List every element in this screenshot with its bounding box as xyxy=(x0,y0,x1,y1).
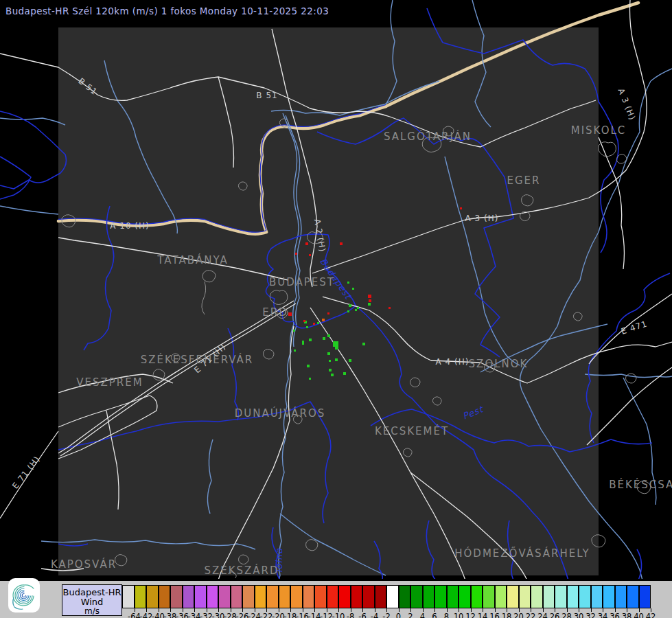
radar-echo-green xyxy=(335,346,338,350)
radar-echo-red xyxy=(369,299,371,302)
legend-tick-label: -30 xyxy=(212,612,225,618)
city-label: MISKOLC xyxy=(571,124,627,137)
legend-tick-label: -4 xyxy=(371,612,378,618)
legend-swatch xyxy=(459,585,471,608)
legend-tick-label: -20 xyxy=(272,612,285,618)
legend-swatch xyxy=(531,585,543,608)
legend-swatch xyxy=(338,585,351,608)
legend-tick-label: 26 xyxy=(550,612,560,618)
city-label: BUDAPEST xyxy=(269,276,335,288)
legend-swatch xyxy=(386,585,399,608)
legend-tick-label: 30 xyxy=(574,612,584,618)
radar-echo-green xyxy=(357,307,359,309)
legend-tick-label: -34 xyxy=(188,612,201,618)
radar-echo-red xyxy=(303,320,305,322)
legend-swatch xyxy=(543,585,555,608)
city-label: BÉKÉSCSABA xyxy=(609,479,672,491)
legend-swatch xyxy=(351,585,363,608)
radar-echo-green xyxy=(343,372,346,375)
color-scale-legend: Budapest-HR Wind m/s -64-42-40-38-36-34-… xyxy=(0,579,672,618)
legend-label-panel: Budapest-HR Wind m/s xyxy=(62,584,122,616)
legend-tick-label: -2 xyxy=(382,612,390,618)
legend-tick-label: -14 xyxy=(308,612,321,618)
legend-swatch xyxy=(639,585,651,608)
legend-tick-label: 32 xyxy=(586,612,596,618)
legend-tick-label: 10 xyxy=(454,612,464,618)
radar-echo-red xyxy=(309,254,311,256)
legend-source: Budapest-HR xyxy=(62,587,121,597)
legend-tick-label: 20 xyxy=(513,612,524,618)
legend-swatch xyxy=(507,585,519,608)
city-label: SZOLNOK xyxy=(469,358,529,370)
legend-swatch xyxy=(579,585,591,608)
legend-tick-label: -22 xyxy=(260,612,273,618)
city-label: VESZPRÉM xyxy=(76,376,143,389)
radar-echo-green xyxy=(307,365,310,367)
legend-swatch xyxy=(423,585,435,608)
city-label: SALGÓTARJÁN xyxy=(384,130,472,143)
legend-swatch xyxy=(266,585,279,608)
legend-tick-label: -64 xyxy=(128,612,141,618)
road-label: A 10 (H) xyxy=(110,221,150,231)
radar-echo-green xyxy=(355,309,357,311)
legend-tick-label: 14 xyxy=(478,612,488,618)
radar-echo-green xyxy=(294,350,296,352)
legend-tick-label: -38 xyxy=(164,612,177,618)
legend-tick-label: -36 xyxy=(176,612,189,618)
legend-swatch xyxy=(303,585,315,608)
legend-quantity: Wind xyxy=(62,597,121,607)
radar-echo-green xyxy=(329,360,331,362)
legend-unit: m/s xyxy=(62,607,121,616)
radar-echo-red xyxy=(327,312,329,314)
road-label: A 4 (H) xyxy=(436,357,470,367)
radar-echo-green xyxy=(329,369,332,371)
radar-echo-green xyxy=(302,343,304,345)
legend-swatch xyxy=(135,585,147,608)
city-label: EGER xyxy=(507,174,540,187)
radar-echo-green xyxy=(327,352,330,355)
legend-swatch xyxy=(242,585,255,608)
radar-echo-green xyxy=(349,304,351,307)
legend-tick-label: 42 xyxy=(646,612,656,618)
legend-tick-label: -16 xyxy=(296,612,309,618)
legend-tick-label: -26 xyxy=(236,612,249,618)
radar-echo-green xyxy=(349,359,351,362)
legend-swatch xyxy=(471,585,483,608)
radar-echo-red xyxy=(313,323,315,325)
legend-swatch xyxy=(279,585,291,608)
radar-echo-green xyxy=(309,378,311,380)
legend-swatch xyxy=(122,585,135,608)
radar-echo-red xyxy=(288,312,292,316)
legend-swatch xyxy=(159,585,171,608)
city-label: KAPOSVÁR xyxy=(51,558,117,571)
radar-echo-green xyxy=(293,330,295,332)
legend-tick-label: 4 xyxy=(420,612,425,618)
legend-swatch xyxy=(447,585,459,608)
legend-swatch xyxy=(591,585,603,608)
legend-swatch xyxy=(495,585,507,608)
radar-echo-red xyxy=(368,295,371,298)
legend-tick-label: 28 xyxy=(561,612,572,618)
legend-tick-label: 38 xyxy=(622,612,632,618)
radar-echo-green xyxy=(347,310,349,312)
radar-echo-green xyxy=(309,339,312,341)
city-label: KECSKEMÉT xyxy=(375,425,449,437)
legend-swatch xyxy=(410,585,423,608)
legend-swatch xyxy=(170,585,183,608)
legend-tick-label: -24 xyxy=(248,612,261,618)
legend-tick-label: 40 xyxy=(634,612,644,618)
legend-tick-label: -6 xyxy=(358,612,366,618)
legend-tick-label: 2 xyxy=(408,612,413,618)
legend-swatch xyxy=(362,585,375,608)
radar-echo-green xyxy=(368,303,371,306)
legend-swatch xyxy=(399,585,411,608)
cyclone-spiral-icon xyxy=(8,578,40,613)
legend-swatch xyxy=(603,585,615,608)
legend-tick-label: 12 xyxy=(465,612,476,618)
legend-swatch xyxy=(519,585,531,608)
legend-tick-label: -32 xyxy=(200,612,213,618)
road-label: A 3 (H) xyxy=(465,214,499,223)
legend-swatch xyxy=(194,585,207,608)
legend-tick-label: -40 xyxy=(152,612,165,618)
legend-swatch xyxy=(218,585,231,608)
